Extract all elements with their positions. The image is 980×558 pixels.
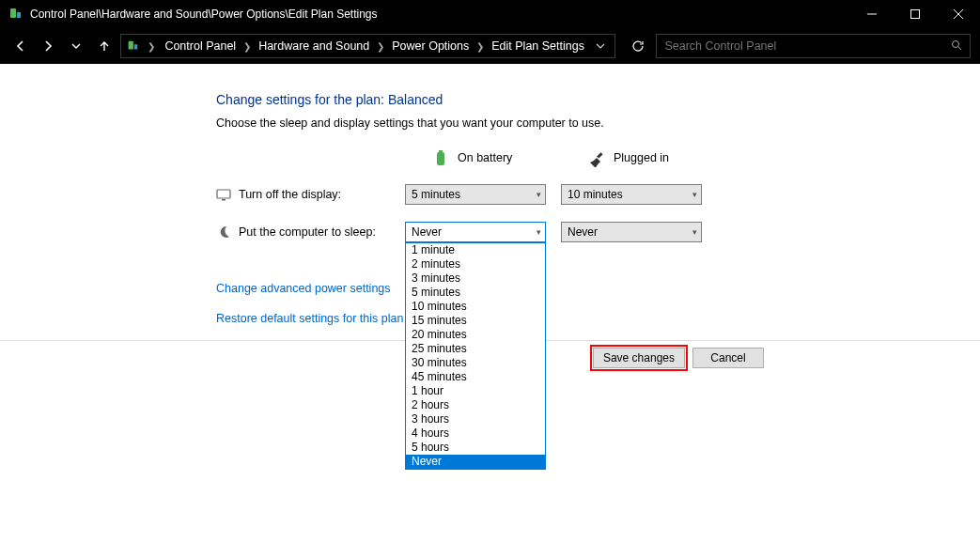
dropdown-option[interactable]: 15 minutes <box>406 314 545 328</box>
display-icon <box>216 187 231 202</box>
dropdown-option[interactable]: 25 minutes <box>406 342 545 356</box>
sleep-battery-dropdown[interactable]: 1 minute2 minutes3 minutes5 minutes10 mi… <box>405 242 546 470</box>
svg-rect-14 <box>222 199 226 201</box>
plug-icon <box>587 148 606 167</box>
chevron-down-icon: ▾ <box>692 190 697 199</box>
maximize-button[interactable] <box>894 0 937 28</box>
plugged-label: Plugged in <box>614 151 669 164</box>
dropdown-option[interactable]: 1 hour <box>406 384 545 398</box>
window-title: Control Panel\Hardware and Sound\Power O… <box>30 8 850 21</box>
svg-line-9 <box>958 47 961 50</box>
forward-button[interactable] <box>38 35 60 57</box>
up-button[interactable] <box>93 35 116 57</box>
row-label-display: Turn off the display: <box>216 187 390 202</box>
chevron-down-icon: ▾ <box>537 190 541 199</box>
dropdown-option[interactable]: 45 minutes <box>406 370 545 384</box>
chevron-down-icon: ▾ <box>692 227 697 237</box>
sleep-plugged-select[interactable]: Never ▾ <box>561 222 702 242</box>
page-title: Change settings for the plan: Balanced <box>216 92 980 107</box>
dropdown-option[interactable]: 20 minutes <box>406 328 545 342</box>
title-bar: Control Panel\Hardware and Sound\Power O… <box>0 0 980 28</box>
display-plugged-select[interactable]: 10 minutes ▾ <box>561 184 702 205</box>
svg-rect-10 <box>437 152 444 165</box>
battery-label: On battery <box>458 151 512 164</box>
svg-rect-0 <box>10 8 16 18</box>
location-icon <box>125 39 140 54</box>
search-input[interactable] <box>664 39 951 53</box>
svg-point-8 <box>953 41 959 48</box>
svg-rect-13 <box>217 190 230 198</box>
save-button[interactable]: Save changes <box>593 348 685 368</box>
crumb-edit-plan[interactable]: Edit Plan Settings <box>490 39 586 53</box>
link-restore-defaults[interactable]: Restore default settings for this plan <box>216 312 980 325</box>
minimize-button[interactable] <box>850 0 894 28</box>
address-dropdown-button[interactable] <box>590 36 611 56</box>
svg-rect-7 <box>134 44 138 49</box>
refresh-button[interactable] <box>625 34 651 58</box>
recent-dropdown-button[interactable] <box>65 35 87 57</box>
dropdown-option[interactable]: 2 hours <box>406 398 545 412</box>
back-button[interactable] <box>9 35 32 57</box>
search-icon <box>951 38 962 54</box>
address-bar[interactable]: ❯ Control Panel ❯ Hardware and Sound ❯ P… <box>120 34 615 58</box>
column-header-plugged: Plugged in <box>561 148 702 167</box>
dropdown-option[interactable]: 1 minute <box>406 243 545 257</box>
chevron-right-icon: ❯ <box>371 41 390 52</box>
sleep-battery-select[interactable]: Never ▾ <box>405 222 546 242</box>
crumb-hardware-sound[interactable]: Hardware and Sound <box>257 39 371 53</box>
chevron-right-icon: ❯ <box>142 41 161 52</box>
dropdown-option[interactable]: 2 minutes <box>406 257 545 271</box>
nav-bar: ❯ Control Panel ❯ Hardware and Sound ❯ P… <box>0 28 980 64</box>
dropdown-option[interactable]: 30 minutes <box>406 356 545 370</box>
chevron-down-icon: ▾ <box>537 227 541 237</box>
cancel-button[interactable]: Cancel <box>692 348 764 368</box>
svg-rect-3 <box>911 10 920 19</box>
close-button[interactable] <box>937 0 980 28</box>
svg-rect-6 <box>129 41 133 50</box>
dropdown-option[interactable]: 4 hours <box>406 426 545 441</box>
svg-rect-1 <box>17 12 21 18</box>
row-label-sleep: Put the computer to sleep: <box>216 225 390 240</box>
dropdown-option[interactable]: 3 hours <box>406 412 545 426</box>
dropdown-option[interactable]: 3 minutes <box>406 271 545 286</box>
page-subtitle: Choose the sleep and display settings th… <box>216 116 980 130</box>
crumb-control-panel[interactable]: Control Panel <box>163 39 238 53</box>
crumb-power-options[interactable]: Power Options <box>390 39 471 53</box>
battery-icon <box>431 148 450 167</box>
search-box[interactable] <box>656 34 971 58</box>
app-icon <box>8 7 23 22</box>
display-battery-select[interactable]: 5 minutes ▾ <box>405 184 546 205</box>
dropdown-option[interactable]: 5 minutes <box>406 286 545 300</box>
dropdown-option[interactable]: 10 minutes <box>406 300 545 314</box>
dropdown-option[interactable]: Never <box>406 455 545 469</box>
dropdown-option[interactable]: 5 hours <box>406 441 545 455</box>
breadcrumb: Control Panel ❯ Hardware and Sound ❯ Pow… <box>163 39 586 53</box>
column-header-battery: On battery <box>405 148 546 167</box>
chevron-right-icon: ❯ <box>238 41 257 52</box>
svg-rect-11 <box>439 150 443 153</box>
sleep-icon <box>216 225 231 240</box>
svg-rect-12 <box>597 152 602 158</box>
link-advanced-settings[interactable]: Change advanced power settings <box>216 282 980 295</box>
chevron-right-icon: ❯ <box>471 41 490 52</box>
